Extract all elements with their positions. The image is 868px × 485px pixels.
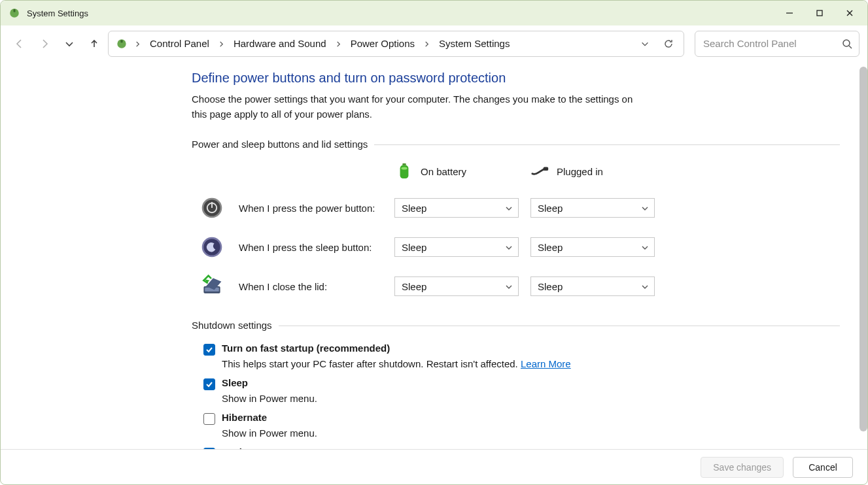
checkbox-label-lock: Lock	[222, 446, 245, 449]
breadcrumb-separator[interactable]	[215, 35, 228, 52]
group-header-power-buttons: Power and sleep buttons and lid settings	[192, 139, 840, 150]
search-icon	[842, 39, 852, 49]
breadcrumb-power-options[interactable]: Power Options	[347, 35, 419, 52]
checkbox-sleep[interactable]	[203, 378, 215, 390]
svg-rect-10	[402, 163, 406, 165]
row-label-power-button: When I press the power button:	[239, 203, 389, 214]
svg-rect-13	[544, 167, 548, 171]
chevron-down-icon	[505, 283, 513, 291]
app-icon	[9, 7, 20, 19]
select-sleep-button-battery[interactable]: Sleep	[394, 237, 519, 257]
search-input[interactable]	[702, 37, 842, 50]
svg-rect-1	[14, 9, 16, 12]
select-sleep-button-plugged[interactable]: Sleep	[530, 237, 655, 257]
save-changes-button[interactable]: Save changes	[701, 457, 784, 478]
breadcrumb-separator[interactable]	[131, 35, 145, 52]
refresh-button[interactable]	[657, 33, 680, 55]
plug-icon	[530, 161, 550, 181]
checkbox-desc-sleep: Show in Power menu.	[222, 393, 840, 404]
minimize-button[interactable]	[774, 3, 805, 23]
content-area: Define power buttons and turn on passwor…	[1, 61, 858, 449]
forward-button[interactable]	[33, 33, 56, 55]
breadcrumb-separator[interactable]	[420, 35, 434, 52]
checkbox-hibernate[interactable]	[203, 413, 215, 425]
up-button[interactable]	[83, 33, 105, 55]
chevron-down-icon	[505, 205, 513, 212]
page-description: Choose the power settings that you want …	[192, 92, 650, 122]
battery-icon	[394, 161, 414, 181]
cancel-button[interactable]: Cancel	[793, 457, 853, 478]
checkbox-lock[interactable]	[203, 448, 215, 449]
checkbox-desc-fast-startup: This helps start your PC faster after sh…	[222, 358, 840, 369]
row-label-lid: When I close the lid:	[239, 281, 389, 292]
footer: Save changes Cancel	[1, 449, 867, 484]
recent-locations-button[interactable]	[58, 33, 80, 55]
power-button-icon	[200, 195, 224, 220]
select-power-button-battery[interactable]: Sleep	[394, 198, 519, 218]
address-dropdown-button[interactable]	[634, 33, 656, 55]
svg-point-8	[843, 40, 850, 46]
svg-rect-3	[817, 10, 822, 16]
close-button[interactable]	[835, 3, 865, 23]
breadcrumb-hardware-and-sound[interactable]: Hardware and Sound	[230, 35, 330, 52]
page-title: Define power buttons and turn on passwor…	[192, 71, 840, 86]
chevron-down-icon	[641, 283, 649, 291]
vertical-scrollbar[interactable]	[859, 67, 867, 431]
breadcrumb-control-panel[interactable]: Control Panel	[146, 35, 213, 52]
breadcrumb-separator[interactable]	[332, 35, 345, 52]
column-header-plugged-in: Plugged in	[530, 161, 661, 181]
search-box[interactable]	[695, 31, 859, 57]
back-button[interactable]	[9, 33, 31, 55]
checkbox-fast-startup[interactable]	[203, 344, 215, 356]
breadcrumb-system-settings[interactable]: System Settings	[435, 35, 513, 52]
chevron-down-icon	[505, 244, 513, 252]
select-lid-battery[interactable]: Sleep	[394, 276, 519, 296]
column-header-battery: On battery	[394, 161, 525, 181]
sleep-button-icon	[200, 235, 224, 259]
location-icon	[115, 37, 128, 50]
select-power-button-plugged[interactable]: Sleep	[530, 198, 655, 218]
checkbox-label-hibernate: Hibernate	[222, 412, 267, 423]
maximize-button[interactable]	[805, 3, 835, 23]
learn-more-link[interactable]: Learn More	[521, 358, 571, 369]
checkbox-label-fast-startup: Turn on fast startup (recommended)	[222, 343, 390, 354]
svg-point-12	[401, 167, 407, 169]
svg-line-9	[849, 46, 852, 48]
chevron-down-icon	[641, 244, 649, 252]
lid-icon	[200, 274, 224, 299]
checkbox-label-sleep: Sleep	[222, 377, 248, 388]
row-label-sleep-button: When I press the sleep button:	[239, 242, 389, 253]
window-title: System Settings	[27, 8, 88, 18]
checkbox-desc-hibernate: Show in Power menu.	[222, 427, 840, 439]
group-label: Power and sleep buttons and lid settings	[192, 139, 374, 150]
select-lid-plugged[interactable]: Sleep	[530, 276, 655, 296]
group-header-shutdown: Shutdown settings	[192, 320, 840, 331]
address-bar[interactable]: Control Panel Hardware and Sound Power O…	[108, 31, 684, 57]
titlebar: System Settings	[1, 1, 867, 25]
group-label: Shutdown settings	[192, 320, 279, 331]
svg-rect-7	[120, 40, 122, 42]
chevron-down-icon	[641, 205, 649, 212]
navigation-bar: Control Panel Hardware and Sound Power O…	[1, 25, 867, 61]
